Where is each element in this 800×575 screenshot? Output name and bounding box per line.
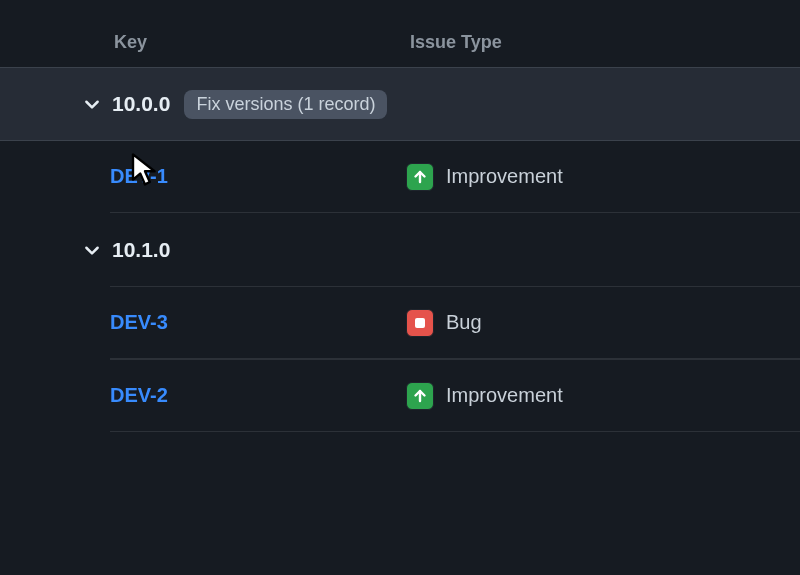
issue-type-label: Bug (446, 311, 482, 334)
issue-type-cell: Bug (406, 309, 482, 337)
table-header-row: Key Issue Type (66, 32, 800, 67)
column-header-key[interactable]: Key (114, 32, 410, 53)
issue-type-cell: Improvement (406, 382, 563, 410)
issue-key-link[interactable]: DEV-3 (110, 311, 406, 334)
chevron-down-icon (82, 240, 102, 260)
issues-table: Key Issue Type 10.0.0 Fix versions (1 re… (0, 0, 800, 432)
group-header-10-0-0[interactable]: 10.0.0 Fix versions (1 record) (0, 67, 800, 141)
improvement-icon (406, 382, 434, 410)
bug-icon (406, 309, 434, 337)
group-header-10-1-0[interactable]: 10.1.0 (110, 213, 800, 287)
improvement-icon (406, 163, 434, 191)
issue-key-link[interactable]: DEV-2 (110, 384, 406, 407)
group-title: 10.0.0 (112, 92, 170, 116)
group-title: 10.1.0 (112, 238, 170, 262)
table-row[interactable]: DEV-3 Bug (110, 287, 800, 359)
table-row[interactable]: DEV-2 Improvement (110, 360, 800, 432)
column-header-issue-type[interactable]: Issue Type (410, 32, 800, 53)
issue-type-label: Improvement (446, 165, 563, 188)
chevron-down-icon (82, 94, 102, 114)
issue-key-link[interactable]: DEV-1 (110, 165, 406, 188)
issue-type-label: Improvement (446, 384, 563, 407)
issue-type-cell: Improvement (406, 163, 563, 191)
table-row[interactable]: DEV-1 Improvement (110, 141, 800, 213)
fix-versions-badge[interactable]: Fix versions (1 record) (184, 90, 387, 119)
